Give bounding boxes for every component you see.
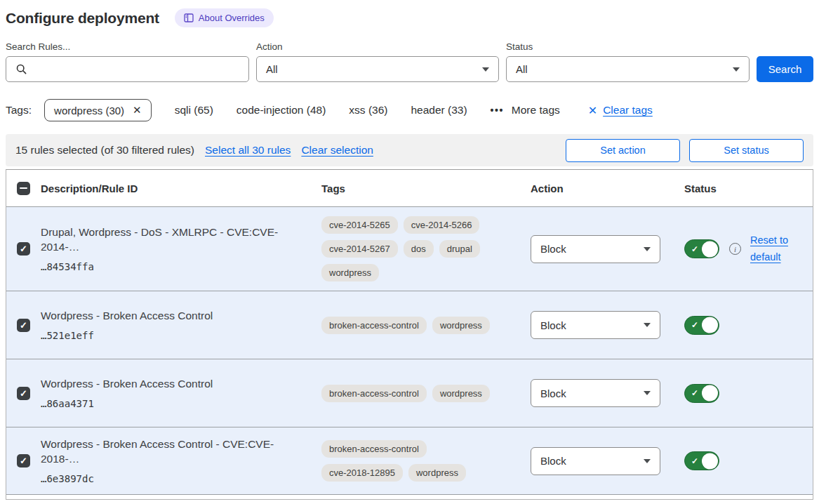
row-checkbox[interactable]: ✓: [17, 242, 30, 256]
column-header-status: Status: [679, 183, 813, 194]
tags-label: Tags:: [6, 104, 32, 117]
selection-summary: 15 rules selected (of 30 filtered rules): [15, 144, 194, 157]
row-checkbox[interactable]: ✓: [17, 454, 30, 467]
close-icon: ✕: [588, 104, 597, 117]
search-button[interactable]: Search: [757, 56, 813, 82]
status-toggle[interactable]: ✓: [684, 316, 719, 335]
page-header: Configure deployment About Overrides: [6, 8, 813, 27]
table-body: ✓ Drupal, Wordpress - DoS - XMLRPC - CVE…: [6, 206, 813, 495]
clear-tags-label: Clear tags: [603, 104, 653, 117]
tag-option[interactable]: code-injection (48): [237, 104, 326, 117]
select-all-checkbox[interactable]: [17, 182, 30, 195]
chevron-down-icon: [644, 391, 651, 395]
tag-chip: cve-2014-5265: [321, 216, 398, 234]
clear-selection-link[interactable]: Clear selection: [301, 144, 373, 157]
more-tags-label: More tags: [512, 104, 560, 117]
row-action-value: Block: [540, 319, 566, 331]
rule-tags: broken-access-controlwordpress: [321, 385, 497, 402]
info-icon[interactable]: i: [729, 243, 741, 255]
action-filter-field: Action All: [256, 41, 499, 82]
tag-chip: drupal: [439, 240, 480, 258]
set-action-button[interactable]: Set action: [566, 139, 680, 162]
book-icon: [184, 13, 194, 22]
status-toggle[interactable]: ✓: [684, 239, 719, 258]
row-action-value: Block: [540, 243, 566, 255]
toggle-knob: [702, 241, 718, 257]
row-action-select[interactable]: Block: [531, 235, 660, 263]
table-row: ✓ Drupal, Wordpress - DoS - XMLRPC - CVE…: [6, 206, 813, 291]
check-icon: ✓: [691, 320, 698, 330]
action-filter-value: All: [266, 63, 278, 75]
tag-chip: broken-access-control: [321, 440, 427, 458]
selected-tag-chip[interactable]: wordpress (30) ✕: [44, 99, 152, 121]
toggle-knob: [702, 453, 718, 469]
rule-description: Wordpress - Broken Access Control: [41, 309, 305, 324]
clear-tags-link[interactable]: ✕ Clear tags: [588, 104, 653, 117]
tag-chip: wordpress: [432, 317, 490, 334]
status-toggle[interactable]: ✓: [684, 384, 719, 403]
rule-description: Wordpress - Broken Access Control: [41, 377, 305, 392]
search-icon: [15, 63, 27, 75]
rule-description: Drupal, Wordpress - DoS - XMLRPC - CVE:C…: [41, 225, 305, 255]
table-header-row: Description/Rule ID Tags Action Status: [6, 170, 813, 206]
reset-to-default-link[interactable]: Reset to default: [750, 232, 797, 266]
row-action-value: Block: [540, 455, 566, 467]
tag-chip: wordpress: [432, 385, 490, 402]
chevron-down-icon: [482, 67, 489, 72]
rule-id: …84534ffa: [41, 261, 305, 272]
search-rules-label: Search Rules...: [6, 41, 249, 52]
rule-tags: broken-access-controlcve-2018-12895wordp…: [321, 440, 497, 482]
table-bottom-spacer: [6, 495, 813, 499]
about-overrides-badge[interactable]: About Overrides: [175, 8, 274, 27]
column-header-tags: Tags: [321, 183, 531, 194]
chevron-down-icon: [644, 459, 651, 463]
column-header-description: Description/Rule ID: [41, 183, 321, 194]
rule-id: …86aa4371: [41, 398, 305, 409]
tag-option[interactable]: xss (36): [349, 104, 387, 117]
column-header-action: Action: [531, 183, 679, 194]
chevron-down-icon: [644, 323, 651, 327]
tags-bar: Tags: wordpress (30) ✕ sqli (65)code-inj…: [6, 99, 813, 121]
row-checkbox[interactable]: ✓: [17, 319, 30, 332]
set-status-button[interactable]: Set status: [689, 139, 804, 162]
row-action-select[interactable]: Block: [531, 379, 660, 407]
indeterminate-mark: [20, 187, 27, 190]
selected-tag-label: wordpress (30): [54, 105, 124, 117]
row-action-select[interactable]: Block: [531, 311, 660, 339]
tag-chip: wordpress: [408, 464, 466, 482]
status-filter-field: Status All: [506, 41, 750, 82]
rule-tags: broken-access-controlwordpress: [321, 317, 497, 334]
toggle-knob: [702, 385, 718, 402]
status-filter-select[interactable]: All: [506, 56, 750, 82]
tag-chip: dos: [404, 240, 434, 258]
bulk-action-buttons: Set action Set status: [566, 139, 804, 162]
chevron-down-icon: [644, 247, 651, 251]
status-filter-label: Status: [506, 41, 750, 52]
tag-chip: cve-2014-5267: [321, 240, 398, 258]
action-filter-select[interactable]: All: [256, 56, 499, 82]
rule-id: …6e3897dc: [41, 473, 305, 484]
rule-id: …521e1eff: [41, 330, 305, 341]
search-input-box[interactable]: [6, 56, 249, 82]
rule-description: Wordpress - Broken Access Control - CVE:…: [41, 437, 305, 467]
rules-table: Description/Rule ID Tags Action Status ✓…: [6, 169, 813, 500]
check-icon: ✓: [691, 244, 698, 254]
remove-tag-icon[interactable]: ✕: [133, 104, 142, 117]
row-action-select[interactable]: Block: [531, 447, 660, 475]
check-icon: ✓: [20, 456, 27, 465]
about-overrides-label: About Overrides: [199, 13, 265, 23]
status-filter-value: All: [516, 63, 528, 75]
tag-chip: broken-access-control: [321, 385, 427, 402]
tag-chip: wordpress: [321, 264, 379, 281]
configure-deployment-page: Configure deployment About Overrides Sea…: [0, 0, 819, 500]
tag-option[interactable]: header (33): [411, 104, 467, 117]
table-row: ✓ Wordpress - Broken Access Control …521…: [6, 291, 813, 359]
search-rules-input[interactable]: [33, 62, 239, 76]
tag-option[interactable]: sqli (65): [175, 104, 213, 117]
status-toggle[interactable]: ✓: [684, 451, 719, 470]
check-icon: ✓: [691, 456, 698, 466]
select-all-link[interactable]: Select all 30 rules: [205, 144, 291, 157]
row-checkbox[interactable]: ✓: [17, 387, 30, 400]
more-tags-button[interactable]: ••• More tags: [491, 104, 560, 117]
check-icon: ✓: [20, 244, 27, 253]
